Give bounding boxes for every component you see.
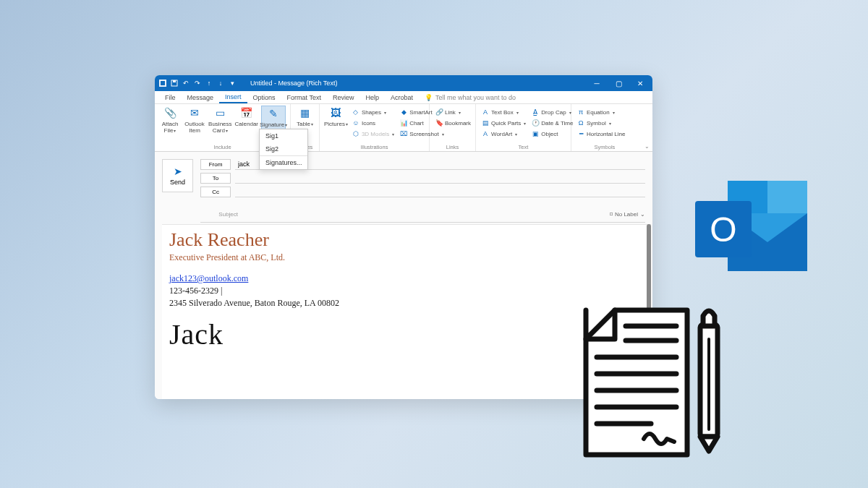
tell-me-search[interactable]: 💡 Tell me what you want to do — [425, 94, 516, 101]
date-time-button[interactable]: 🕐Date & Time — [530, 118, 574, 128]
ribbon: 📎 Attach File ✉ Outlook Item ▭ Business … — [155, 104, 652, 152]
object-label: Object — [541, 131, 558, 137]
attach-file-button[interactable]: 📎 Attach File — [159, 106, 181, 134]
smartart-label: SmartArt — [409, 109, 433, 116]
quick-parts-label: Quick Parts — [491, 120, 521, 127]
wordart-button[interactable]: AWordArt — [480, 129, 527, 139]
to-input[interactable] — [235, 173, 645, 184]
table-button[interactable]: ▦ Table — [295, 106, 315, 128]
wordart-label: WordArt — [491, 131, 512, 137]
paperclip-icon: 📎 — [163, 107, 176, 120]
business-card-button[interactable]: ▭ Business Card — [208, 106, 231, 134]
outlook-o-letter: O — [695, 201, 752, 257]
close-button[interactable]: ✕ — [631, 77, 650, 89]
wordart-icon: A — [482, 130, 489, 137]
redo-icon[interactable]: ↷ — [194, 80, 201, 87]
table-label: Table — [297, 121, 313, 128]
textbox-icon: A — [482, 108, 489, 116]
pictures-icon: 🖼 — [329, 107, 342, 120]
text-box-label: Text Box — [491, 109, 514, 116]
text-box-button[interactable]: AText Box — [480, 107, 527, 117]
menu-acrobat[interactable]: Acrobat — [385, 91, 419, 103]
document-pen-illustration — [579, 303, 731, 462]
ribbon-group-links: 🔗Link 🔖Bookmark Links — [430, 104, 476, 151]
save-icon[interactable] — [171, 80, 178, 87]
dropcap-icon: A̲ — [532, 108, 539, 116]
tell-me-label: Tell me what you want to do — [435, 94, 516, 101]
hline-label: Horizontal Line — [587, 131, 625, 137]
lightbulb-icon: 💡 — [425, 94, 433, 101]
maximize-button[interactable]: ▢ — [609, 77, 628, 89]
object-button[interactable]: ▣Object — [530, 129, 574, 139]
window-title: Untitled - Message (Rich Text) — [250, 80, 337, 87]
up-icon[interactable]: ↑ — [205, 80, 213, 87]
quick-parts-button[interactable]: ▤Quick Parts — [480, 118, 527, 128]
equation-button[interactable]: πEquation — [576, 107, 626, 117]
attach-file-label: Attach File — [159, 121, 181, 134]
outlook-item-button[interactable]: ✉ Outlook Item — [184, 106, 205, 134]
bookmark-button[interactable]: 🔖Bookmark — [434, 118, 472, 128]
symbol-button[interactable]: ΩSymbol — [576, 118, 626, 128]
menu-message[interactable]: Message — [182, 91, 220, 103]
text-group-label: Text — [476, 144, 571, 150]
symbol-label: Symbol — [587, 120, 606, 127]
signature-email-link[interactable]: jack123@outlook.com — [169, 273, 248, 284]
quickparts-icon: ▤ — [482, 119, 489, 127]
table-icon: ▦ — [299, 107, 312, 120]
calendar-icon: 📅 — [240, 107, 253, 120]
date-time-label: Date & Time — [541, 120, 573, 127]
ribbon-group-illustrations: 🖼 Pictures ◇Shapes ☺Icons ⬡3D Models ◆Sm… — [320, 104, 430, 151]
signature-title: Executive President at ABC, Ltd. — [169, 252, 644, 263]
signature-phone: 123-456-2329 | — [169, 286, 644, 296]
signature-menu-sig1[interactable]: Sig1 — [260, 129, 307, 142]
ribbon-collapse-icon[interactable]: ⌄ — [644, 143, 650, 150]
menu-file[interactable]: File — [159, 91, 182, 103]
bookmark-icon: 🔖 — [435, 119, 443, 127]
chart-icon: 📊 — [400, 119, 407, 127]
icons-icon: ☺ — [352, 119, 359, 127]
menu-format-text[interactable]: Format Text — [281, 91, 327, 103]
subject-input[interactable] — [244, 209, 610, 219]
from-button[interactable]: From — [200, 159, 231, 170]
titlebar: ↶ ↷ ↑ ↓ ▾ Untitled - Message (Rich Text)… — [155, 75, 652, 91]
send-button[interactable]: ➤ Send — [162, 159, 193, 192]
menu-insert[interactable]: Insert — [219, 91, 247, 103]
chart-label: Chart — [409, 120, 424, 127]
horizontal-line-button[interactable]: ━Horizontal Line — [576, 129, 626, 139]
card-icon: ▭ — [213, 107, 226, 120]
outlook-compose-window: ↶ ↷ ↑ ↓ ▾ Untitled - Message (Rich Text)… — [155, 75, 652, 399]
message-body[interactable]: Jack Reacher Executive President at ABC,… — [162, 224, 651, 399]
icons-button[interactable]: ☺Icons — [351, 118, 396, 128]
datetime-icon: 🕐 — [532, 119, 539, 127]
drop-cap-button[interactable]: A̲Drop Cap — [530, 107, 574, 117]
ribbon-group-symbols: πEquation ΩSymbol ━Horizontal Line Symbo… — [571, 104, 638, 151]
minimize-button[interactable]: ─ — [587, 77, 606, 89]
calendar-label: Calendar — [235, 121, 258, 128]
object-icon: ▣ — [532, 130, 539, 137]
link-button[interactable]: 🔗Link — [434, 107, 472, 117]
business-card-label: Business Card — [208, 121, 231, 134]
cc-button[interactable]: Cc — [200, 187, 231, 197]
down-icon[interactable]: ↓ — [217, 80, 224, 87]
signature-button[interactable]: ✎ Signature — [261, 106, 286, 129]
to-button[interactable]: To — [200, 173, 231, 184]
signature-menu-sig2[interactable]: Sig2 — [260, 142, 307, 155]
3d-models-button[interactable]: ⬡3D Models — [351, 129, 396, 139]
menu-options[interactable]: Options — [247, 91, 281, 103]
shapes-button[interactable]: ◇Shapes — [351, 107, 396, 117]
menu-review[interactable]: Review — [327, 91, 360, 103]
qat-overflow-icon[interactable]: ▾ — [229, 80, 236, 87]
undo-icon[interactable]: ↶ — [182, 80, 190, 87]
cc-input[interactable] — [235, 187, 645, 197]
symbol-icon: Ω — [577, 119, 584, 127]
pictures-button[interactable]: 🖼 Pictures — [324, 106, 348, 128]
signature-address: 2345 Silverado Avenue, Baton Rouge, LA 0… — [169, 298, 644, 309]
svg-rect-1 — [161, 81, 165, 85]
calendar-button[interactable]: 📅 Calendar — [235, 106, 258, 128]
signature-dropdown: Sig1 Sig2 Signatures... — [259, 129, 308, 170]
signature-menu-signatures[interactable]: Signatures... — [260, 155, 307, 169]
outlook-item-icon: ✉ — [188, 107, 201, 120]
menu-help[interactable]: Help — [359, 91, 385, 103]
cube-icon: ⬡ — [352, 130, 359, 137]
no-label-dropdown[interactable]: ⌑ No Label ⌄ — [610, 211, 645, 218]
